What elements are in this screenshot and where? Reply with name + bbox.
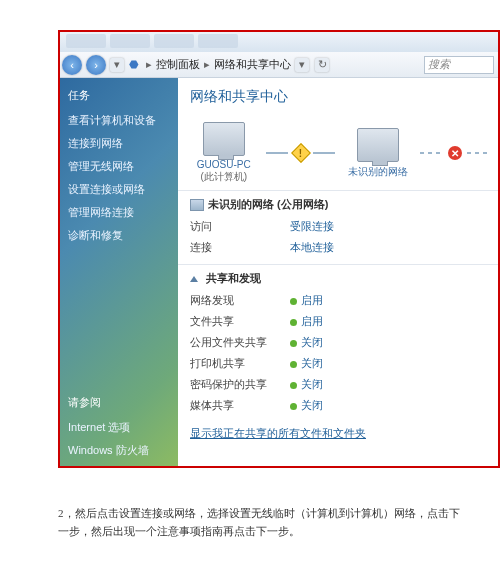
status-dot-icon — [290, 361, 297, 368]
sidebar-item[interactable]: 诊断和修复 — [60, 224, 178, 247]
node-unknown-network[interactable]: 未识别的网络 — [341, 128, 415, 179]
row-key: 连接 — [190, 240, 290, 255]
page-title: 网络和共享中心 — [178, 78, 498, 112]
row-key: 访问 — [190, 219, 290, 234]
search-placeholder: 搜索 — [428, 57, 450, 72]
status-dot-icon — [290, 298, 297, 305]
row-value: 关闭 — [290, 398, 486, 413]
breadcrumb-sep: ▸ — [204, 58, 210, 71]
status-row: 连接 本地连接 — [190, 237, 486, 258]
error-icon: ✕ — [448, 146, 462, 160]
network-map: GUOSU-PC (此计算机) ! 未识别的网络 ✕ — [178, 112, 498, 190]
status-row: 访问 受限连接 — [190, 216, 486, 237]
sidebar-item[interactable]: 管理无线网络 — [60, 155, 178, 178]
instruction-caption: 2，然后点击设置连接或网络，选择设置无线临时（计算机到计算机）网络，点击下一步，… — [58, 505, 470, 540]
row-value[interactable]: 本地连接 — [290, 240, 486, 255]
share-row[interactable]: 打印机共享关闭 — [190, 353, 486, 374]
breadcrumb-item[interactable]: 网络和共享中心 — [214, 57, 291, 72]
share-row[interactable]: 文件共享启用 — [190, 311, 486, 332]
search-input[interactable]: 搜索 — [424, 56, 494, 74]
sharing-section: 共享和发现 网络发现启用文件共享启用公用文件夹共享关闭打印机共享关闭密码保护的共… — [178, 264, 498, 422]
row-key: 媒体共享 — [190, 398, 290, 413]
sidebar-footer-header: 请参阅 — [60, 393, 178, 416]
titlebar — [60, 32, 498, 52]
show-shared-files-link[interactable]: 显示我正在共享的所有文件和文件夹 — [178, 422, 498, 445]
row-value: 关闭 — [290, 356, 486, 371]
sidebar-item[interactable]: 查看计算机和设备 — [60, 109, 178, 132]
status-dot-icon — [290, 319, 297, 326]
computer-icon — [203, 122, 245, 156]
row-value: 关闭 — [290, 335, 486, 350]
link-line — [313, 152, 335, 154]
breadcrumb-item[interactable]: 控制面板 — [156, 57, 200, 72]
row-value: 启用 — [290, 293, 486, 308]
status-dot-icon — [290, 382, 297, 389]
row-value: 受限连接 — [290, 219, 486, 234]
sidebar-item[interactable]: 设置连接或网络 — [60, 178, 178, 201]
section-title: 未识别的网络 (公用网络) — [190, 197, 486, 216]
breadcrumb-root-icon: ⬣ — [129, 58, 139, 71]
share-row[interactable]: 公用文件夹共享关闭 — [190, 332, 486, 353]
row-key: 密码保护的共享 — [190, 377, 290, 392]
address-toolbar: ‹ › ▾ ⬣ ▸ 控制面板 ▸ 网络和共享中心 ▾ ↻ 搜索 — [60, 52, 498, 78]
nav-back-button[interactable]: ‹ — [62, 55, 82, 75]
link-line-broken — [467, 152, 489, 154]
node-label: GUOSU-PC — [187, 159, 261, 170]
row-key: 网络发现 — [190, 293, 290, 308]
row-key: 公用文件夹共享 — [190, 335, 290, 350]
tasks-sidebar: 任务 查看计算机和设备 连接到网络 管理无线网络 设置连接或网络 管理网络连接 … — [60, 78, 178, 466]
share-row[interactable]: 媒体共享关闭 — [190, 395, 486, 416]
row-value: 启用 — [290, 314, 486, 329]
sidebar-item[interactable]: 连接到网络 — [60, 132, 178, 155]
sidebar-footer-item[interactable]: Windows 防火墙 — [60, 439, 178, 462]
refresh-button[interactable]: ↻ — [315, 58, 329, 72]
expand-caret-icon[interactable] — [190, 276, 198, 282]
sidebar-item[interactable]: 管理网络连接 — [60, 201, 178, 224]
row-key: 文件共享 — [190, 314, 290, 329]
sidebar-header: 任务 — [60, 86, 178, 109]
network-status-section: 未识别的网络 (公用网络) 访问 受限连接 连接 本地连接 — [178, 190, 498, 264]
breadcrumb-sep: ▸ — [146, 58, 152, 71]
network-mini-icon — [190, 199, 204, 211]
breadcrumb-dropdown[interactable]: ▾ — [295, 58, 309, 72]
sidebar-footer-item[interactable]: Internet 选项 — [60, 416, 178, 439]
row-key: 打印机共享 — [190, 356, 290, 371]
nav-forward-button[interactable]: › — [86, 55, 106, 75]
row-value: 关闭 — [290, 377, 486, 392]
link-line-broken — [420, 152, 442, 154]
link-line — [266, 152, 288, 154]
main-panel: 网络和共享中心 GUOSU-PC (此计算机) ! 未识别的网络 ✕ — [178, 78, 498, 466]
window-frame: ‹ › ▾ ⬣ ▸ 控制面板 ▸ 网络和共享中心 ▾ ↻ 搜索 任务 查看计算机… — [58, 30, 500, 468]
nav-history-button[interactable]: ▾ — [110, 58, 124, 72]
share-row[interactable]: 密码保护的共享关闭 — [190, 374, 486, 395]
status-dot-icon — [290, 340, 297, 347]
network-icon — [357, 128, 399, 162]
node-label: 未识别的网络 — [341, 165, 415, 179]
section-title: 共享和发现 — [190, 271, 486, 290]
status-dot-icon — [290, 403, 297, 410]
share-row[interactable]: 网络发现启用 — [190, 290, 486, 311]
node-sublabel: (此计算机) — [187, 170, 261, 184]
node-this-pc[interactable]: GUOSU-PC (此计算机) — [187, 122, 261, 184]
warning-icon: ! — [291, 143, 311, 163]
